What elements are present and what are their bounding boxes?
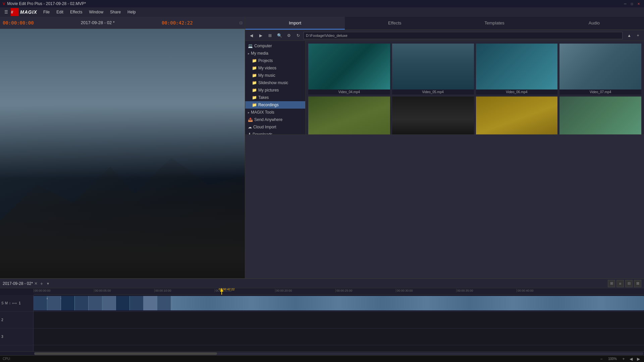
clip-frame <box>102 296 116 310</box>
menu-share[interactable]: Share <box>107 8 124 16</box>
zoom-fit-left-button[interactable]: ◀ <box>628 356 634 362</box>
thumbnail-item-3[interactable]: Video_07.mp4 <box>559 44 641 95</box>
panel-tabs: Import Effects Templates Audio <box>245 17 644 30</box>
tree-item-computer[interactable]: 💻 Computer <box>245 42 305 50</box>
import-add-button[interactable]: + <box>634 32 642 40</box>
tree-item-cloudimport[interactable]: ☁ Cloud Import <box>245 123 305 131</box>
tree-item-magixtools[interactable]: ▸ MAGIX Tools <box>245 109 305 116</box>
settings-button[interactable]: ⚙ <box>285 32 293 40</box>
import-up-button[interactable]: ▲ <box>625 32 633 40</box>
tree-item-mypictures[interactable]: 📁 My pictures <box>245 86 305 94</box>
tree-panel: 💻 Computer ▸ My media 📁 Projects 📁 My vi… <box>245 41 306 134</box>
tree-item-label: Takes <box>258 95 269 100</box>
nav-back-button[interactable]: ◀ <box>247 32 255 40</box>
timeline-view-button3[interactable]: ⊠ <box>634 280 641 287</box>
menu-help[interactable]: Help <box>124 8 139 16</box>
track-ctrl-2[interactable]: ⟺ <box>12 301 17 305</box>
ruler-mark-25: 00:00:25:00 <box>335 289 353 292</box>
track-ctrl-1[interactable]: ↕ <box>9 301 11 305</box>
thumbnail-item-5[interactable]: Video_09.mp4 <box>392 97 474 134</box>
tree-item-label: Projects <box>258 58 273 63</box>
search-button[interactable]: 🔍 <box>275 32 283 40</box>
thumbnail-label-0: Video_04.mp4 <box>308 89 390 95</box>
tab-import[interactable]: Import <box>245 17 345 29</box>
track-number-1: 1 <box>19 301 21 305</box>
magix-logo: // MAGIX <box>11 8 37 16</box>
zoom-fit-right-button[interactable]: ▶ <box>635 356 641 362</box>
menu-effects[interactable]: Effects <box>67 8 86 16</box>
timeline-tab-active[interactable]: 2017-09-28 - 02* ✕ <box>3 281 38 286</box>
zoom-in-button[interactable]: + <box>621 356 627 362</box>
thumbnail-item-4[interactable]: Video_08.mp4 <box>308 97 390 134</box>
menu-window[interactable]: Window <box>86 8 107 16</box>
tracks-content: Rock Climbing Scene... <box>34 295 644 351</box>
folder-icon: 📤 <box>248 117 253 122</box>
timeline-scrollbar[interactable] <box>0 351 644 355</box>
tree-item-label: My videos <box>258 66 276 70</box>
tree-item-myvideos[interactable]: 📁 My videos <box>245 64 305 72</box>
thumbnail-item-6[interactable]: Video_10.mp4 <box>476 97 558 134</box>
clip-frame <box>89 296 102 310</box>
clip-strip[interactable]: Rock Climbing Scene... <box>34 296 644 310</box>
nav-forward-button[interactable]: ▶ <box>257 32 265 40</box>
scrollbar-thumb[interactable] <box>34 352 217 355</box>
timeline-add-button[interactable]: + <box>40 281 43 286</box>
hamburger-menu[interactable]: ☰ <box>1 7 11 17</box>
tree-item-recordings[interactable]: 📁 Recordings <box>245 101 305 109</box>
tree-item-label: MAGIX Tools <box>251 110 274 115</box>
scrollbar-track[interactable] <box>34 352 643 355</box>
tree-item-projects[interactable]: 📁 Projects <box>245 57 305 64</box>
close-button[interactable]: ✕ <box>636 1 641 6</box>
import-toolbar: ◀ ▶ ⊞ 🔍 ⚙ ↻ D:\Footage\Video_deluxe ▲ + <box>245 30 644 41</box>
track-header-2: 2 <box>0 312 33 328</box>
tree-item-mymedia[interactable]: ▸ My media <box>245 50 305 57</box>
path-text: D:\Footage\Video_deluxe <box>306 34 347 38</box>
thumbnail-item-2[interactable]: Video_06.mp4 <box>476 44 558 95</box>
path-bar[interactable]: D:\Footage\Video_deluxe <box>304 32 623 39</box>
track-m-label: M <box>5 301 8 305</box>
menu-file[interactable]: File <box>40 8 53 16</box>
maximize-button[interactable]: □ <box>629 1 635 6</box>
thumbnail-item-7[interactable]: Video_11.mp4 <box>559 97 641 134</box>
timeline-dropdown[interactable]: ▾ <box>47 281 49 286</box>
tree-item-label: Downloads <box>253 132 272 134</box>
track-header-3: 3 <box>0 328 33 345</box>
clip-frames <box>34 296 644 310</box>
folder-icon: 📁 <box>252 73 257 78</box>
tree-item-sendanywhere[interactable]: 📤 Send Anywhere <box>245 116 305 123</box>
window-controls: ─ □ ✕ <box>623 1 641 6</box>
track-row-1: Rock Climbing Scene... <box>34 295 644 312</box>
zoom-out-button[interactable]: − <box>598 356 604 362</box>
thumbnail-item-1[interactable]: Video_05.mp4 <box>392 44 474 95</box>
refresh-button[interactable]: ↻ <box>294 32 302 40</box>
timeline-view-button2[interactable]: ⊟ <box>625 280 633 287</box>
thumbnail-image-1 <box>392 44 474 89</box>
tab-effects[interactable]: Effects <box>345 17 444 29</box>
clip-frame <box>34 296 47 310</box>
minimize-button[interactable]: ─ <box>623 1 628 6</box>
track-headers: S M ↕ ⟺ 1 2 3 4 5 <box>0 295 34 351</box>
folder-icon: 📁 <box>252 58 257 63</box>
tree-item-downloads[interactable]: ⬇ Downloads <box>245 131 305 134</box>
tree-item-takes[interactable]: 📁 Takes <box>245 94 305 101</box>
tree-item-mymusic[interactable]: 📁 My music <box>245 72 305 79</box>
tab-templates[interactable]: Templates <box>445 17 544 29</box>
download-icon: ⬇ <box>248 132 251 134</box>
menu-edit[interactable]: Edit <box>53 8 67 16</box>
grid-view-button[interactable]: ⊞ <box>266 32 274 40</box>
thumbnail-label-3: Video_07.mp4 <box>559 89 641 95</box>
thumbnail-item-0[interactable]: Video_04.mp4 <box>308 44 390 95</box>
timeline-tab-close[interactable]: ✕ <box>34 281 38 286</box>
clip-frame <box>116 296 129 310</box>
zoom-value: 100% <box>606 357 619 361</box>
tree-item-label: Slideshow music <box>258 80 288 85</box>
storyboard-view-button[interactable]: ⊞ <box>608 280 615 287</box>
tab-audio[interactable]: Audio <box>544 17 644 29</box>
tree-item-label: Recordings <box>258 103 279 107</box>
thumbnail-image-4 <box>308 97 390 134</box>
timeline-view-button[interactable]: ≡ <box>616 280 624 287</box>
logo-icon: // <box>11 8 19 16</box>
tree-expand-arrow: ▸ <box>248 52 250 55</box>
tree-item-slideshowmusic[interactable]: 📁 Slideshow music <box>245 79 305 86</box>
expand-button[interactable]: □ <box>240 20 242 25</box>
